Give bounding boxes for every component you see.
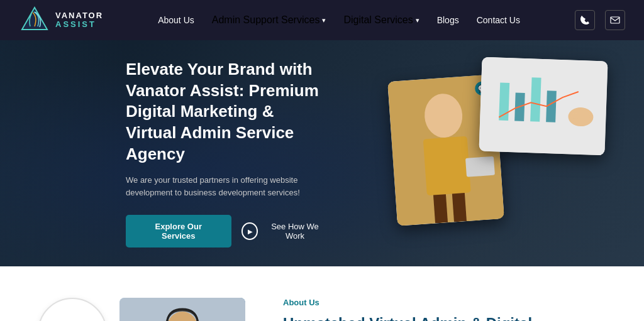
- phone-icon: [580, 15, 590, 25]
- nav-link-blogs[interactable]: Blogs: [437, 15, 459, 25]
- play-icon: ▶: [242, 222, 258, 240]
- svg-rect-13: [546, 90, 557, 122]
- nav-item-digital[interactable]: Digital Services: [343, 14, 419, 26]
- hero-image-laptop: [479, 57, 608, 156]
- about-label: About Us: [283, 298, 606, 307]
- hero-section: Elevate Your Brand with Vanator Assist: …: [0, 40, 644, 266]
- nav-link-contact[interactable]: Contact Us: [477, 15, 520, 25]
- nav-link-digital[interactable]: Digital Services: [343, 14, 419, 26]
- experience-badge: 7+ YEARS OF EXPERIENCE: [38, 298, 107, 321]
- about-heading-line1: Unmatched Virtual Admin & Digital: [283, 315, 532, 321]
- brand-logo-area: VANATOR ASSIST: [19, 4, 103, 36]
- email-icon-button[interactable]: [605, 10, 625, 30]
- svg-rect-8: [465, 156, 495, 177]
- hero-subtitle: We are your trusted partners in offering…: [126, 174, 327, 200]
- person-image-figure: [119, 298, 245, 321]
- about-heading: Unmatched Virtual Admin & Digital Market…: [283, 313, 606, 321]
- nav-link-about[interactable]: About Us: [158, 15, 194, 25]
- hero-images: 💬: [392, 53, 606, 254]
- nav-menu: About Us Admin Support Services Digital …: [158, 14, 520, 26]
- hero-buttons: Explore Our Services ▶ See How We Work: [126, 215, 327, 248]
- svg-rect-12: [530, 77, 541, 121]
- svg-rect-15: [571, 114, 590, 119]
- email-icon: [610, 15, 620, 25]
- about-person-image: [119, 298, 245, 321]
- hero-title: Elevate Your Brand with Vanator Assist: …: [126, 59, 327, 165]
- svg-rect-7: [452, 193, 467, 222]
- navbar: VANATOR ASSIST About Us Admin Support Se…: [0, 0, 644, 40]
- navbar-icons-group: [575, 10, 625, 30]
- svg-rect-2: [611, 17, 619, 23]
- svg-rect-5: [423, 136, 471, 196]
- explore-services-button[interactable]: Explore Our Services: [126, 215, 231, 248]
- nav-link-admin[interactable]: Admin Support Services: [212, 14, 326, 26]
- see-how-label: See How We Work: [263, 222, 327, 241]
- brand-assist-label: ASSIST: [55, 20, 103, 29]
- see-how-button[interactable]: ▶ See How We Work: [242, 222, 328, 241]
- svg-rect-6: [433, 194, 448, 223]
- brand-vanator-label: VANATOR: [55, 11, 103, 20]
- about-section: 7+ YEARS OF EXPERIENCE: [0, 266, 644, 321]
- nav-item-contact[interactable]: Contact Us: [477, 14, 520, 26]
- brand-text: VANATOR ASSIST: [55, 11, 103, 30]
- about-right-column: About Us Unmatched Virtual Admin & Digit…: [283, 291, 606, 321]
- laptop-image: [479, 57, 608, 156]
- nav-item-about[interactable]: About Us: [158, 14, 194, 26]
- nav-item-blogs[interactable]: Blogs: [437, 14, 459, 26]
- nav-item-admin[interactable]: Admin Support Services: [212, 14, 326, 26]
- laptop-figure: [479, 57, 608, 156]
- hero-content: Elevate Your Brand with Vanator Assist: …: [0, 59, 340, 248]
- logo-icon: [19, 4, 50, 36]
- about-left-column: 7+ YEARS OF EXPERIENCE: [38, 291, 245, 321]
- phone-icon-button[interactable]: [575, 10, 595, 30]
